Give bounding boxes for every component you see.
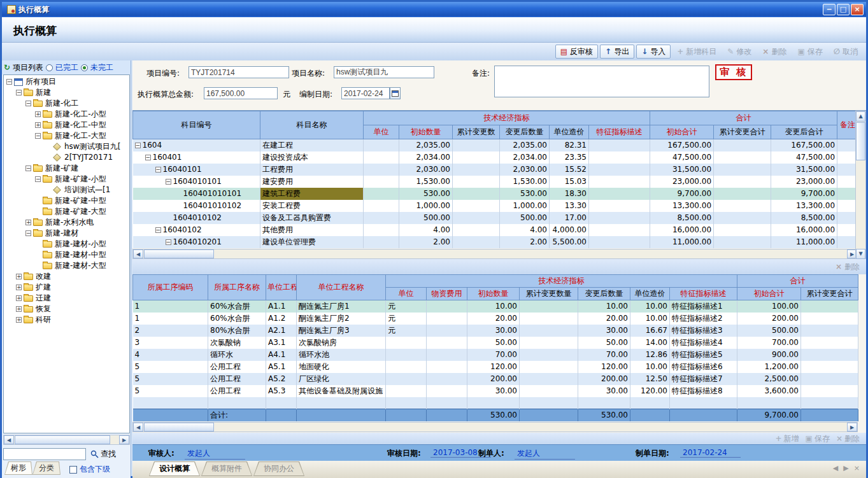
subject-grid-hscrollbar[interactable]: ◀ ▶ [132,249,858,259]
detail-total-cum-cell[interactable] [801,397,858,409]
tree-item[interactable]: 新建-矿建-大型 [4,206,129,217]
subject-unit-cell[interactable] [364,139,399,151]
collapse-icon[interactable]: − [25,165,31,171]
collapse-icon[interactable]: − [155,167,161,172]
detail-unit-code-cell[interactable]: A4.1 [266,349,297,361]
tree-item[interactable]: 新建-建材-小型 [4,239,129,250]
subject-code-cell[interactable]: −1604010201 [133,236,260,248]
subject-unit-price-cell[interactable]: 4,000.00 [550,224,589,236]
tree-item[interactable]: 新建-建材-大型 [4,260,129,271]
subject-qty-cum-cell[interactable] [453,188,500,200]
subject-qty-cum-cell[interactable] [453,139,500,151]
subject-unit-cell[interactable] [364,224,399,236]
scroll-thumb[interactable] [856,122,865,160]
toolbar-button-save[interactable]: ▣保存 [793,45,827,59]
detail-qty-after-cell[interactable]: 200.00 [578,373,630,385]
subject-code-cell[interactable]: −1604 [133,139,260,151]
detail-unit-name-cell[interactable]: 循环水池 [297,349,386,361]
detail-unit-price-cell[interactable]: 120.00 [630,385,670,397]
collapse-icon[interactable]: − [35,133,41,139]
subject-qty-cum-cell[interactable] [453,176,500,188]
scroll-thumb[interactable] [144,250,214,258]
scroll-left-icon[interactable]: ◀ [133,250,143,258]
detail-delete-button[interactable]: × 删除 [836,262,860,272]
subject-total-cum-cell[interactable] [714,200,771,212]
detail-proc-code-cell[interactable]: 2 [133,325,208,337]
subject-total-after-cell[interactable]: 16,000.00 [771,224,837,236]
tree-item[interactable]: +新建-化工-中型 [4,120,129,130]
detail-proc-name-cell[interactable]: 循环水 [208,349,266,361]
search-input[interactable] [3,448,86,460]
detail-total-cum-cell[interactable] [801,361,858,373]
subject-unit-cell[interactable] [364,176,399,188]
detail-feature-cell[interactable]: 特征指标描述1 [670,300,737,313]
detail-qty-init-cell[interactable]: 120.00 [467,361,520,373]
subject-unit-cell[interactable] [364,164,399,176]
detail-qty-after-cell[interactable]: 30.00 [578,385,630,397]
subject-qty-after-cell[interactable]: 1,530.00 [500,176,550,188]
detail-qty-after-cell[interactable]: 70.00 [578,349,630,361]
subject-feature-cell[interactable] [589,200,650,212]
subject-qty-after-cell[interactable]: 2,035.00 [500,139,550,151]
detail-qty-cum-cell[interactable] [520,313,578,325]
toolbar-button-edit[interactable]: ✎修改 [723,45,756,59]
subject-qty-init-cell[interactable]: 1,000.00 [399,200,453,212]
subject-feature-cell[interactable] [589,188,650,200]
subject-name-cell[interactable]: 工程费用 [260,164,364,176]
tree-item[interactable]: +扩建 [4,282,129,293]
subject-feature-cell[interactable] [589,139,650,151]
detail-unit-name-cell[interactable] [297,397,386,409]
maximize-button[interactable]: □ [837,4,850,15]
detail-row[interactable]: 160%水合肼A1.1酮连氮主厂房1元10.0010.0010.00特征指标描述… [133,300,858,313]
detail-unit-code-cell[interactable]: A1.2 [266,313,297,325]
subject-feature-cell[interactable] [589,212,650,224]
detail-proc-name-cell[interactable] [208,397,266,409]
tree-item[interactable]: +新建-化工-小型 [4,109,129,120]
subject-code-cell[interactable]: −160401 [133,151,260,164]
detail-row[interactable]: 280%水合肼A2.1酮连氮主厂房3元30.0030.0016.67特征指标描述… [133,325,858,337]
detail-qty-init-cell[interactable]: 70.00 [467,349,520,361]
subject-qty-after-cell[interactable]: 500.00 [500,212,550,224]
subject-unit-cell[interactable] [364,236,399,248]
auditor-value[interactable]: 发起人 [185,448,245,460]
detail-unit-code-cell[interactable]: A5.2 [266,373,297,385]
subject-total-cum-cell[interactable] [714,236,771,248]
detail-unit-code-cell[interactable]: A5.1 [266,361,297,373]
detail-material-cell[interactable] [427,373,467,385]
subject-qty-init-cell[interactable]: 500.00 [399,212,453,224]
subject-name-cell[interactable]: 设备及工器具购置费 [260,212,364,224]
tree-item[interactable]: 2[TYJT20171 [4,152,129,163]
tree-item[interactable]: 新建-矿建-中型 [4,195,129,206]
subject-total-after-cell[interactable]: 31,500.00 [771,164,837,176]
collapse-icon[interactable]: − [6,79,12,85]
subject-total-init-cell[interactable]: 47,500.00 [650,151,714,164]
detail-unit-name-cell[interactable]: 酮连氮主厂房2 [297,313,386,325]
collapse-icon[interactable]: − [25,230,31,236]
subject-qty-after-cell[interactable]: 2.00 [500,236,550,248]
subject-unit-cell[interactable] [364,200,399,212]
detail-unit-code-cell[interactable]: A1.1 [266,300,297,313]
subject-feature-cell[interactable] [589,176,650,188]
detail-row[interactable]: 5公用工程A5.2厂区绿化200.00200.0012.50特征指标描述72,5… [133,373,858,385]
subject-qty-after-cell[interactable]: 530.00 [500,188,550,200]
subject-total-init-cell[interactable]: 9,700.00 [650,188,714,200]
detail-unit-price-cell[interactable]: 12.86 [630,349,670,361]
detail-row[interactable] [133,397,858,409]
sidebar-horizontal-scrollbar[interactable]: ◀ ▶ [3,435,130,445]
detail-total-cum-cell[interactable] [801,337,858,349]
detail-total-init-cell[interactable]: 700.00 [737,337,801,349]
subject-code-cell[interactable]: 1604010102 [133,212,260,224]
radio-unfinished-label[interactable]: 未完工 [90,62,113,73]
subject-row[interactable]: −1604在建工程2,035.002,035.0082.31167,500.00… [133,139,858,151]
detail-unit-cell[interactable] [386,385,427,397]
detail-unit-name-cell[interactable]: 酮连氮主厂房1 [297,300,386,313]
subject-total-init-cell[interactable]: 8,500.00 [650,212,714,224]
toolbar-button-add-subject[interactable]: +新增科目 [672,45,721,59]
detail-qty-cum-cell[interactable] [520,397,578,409]
detail-unit-cell[interactable] [386,349,427,361]
tab-budget-attachments[interactable]: 概算附件 [201,461,252,476]
detail-qty-init-cell[interactable]: 20.00 [467,313,520,325]
detail-total-cum-cell[interactable] [801,385,858,397]
subject-row[interactable]: 160401010102安装工程费1,000.001,000.0013.3013… [133,200,858,212]
detail-feature-cell[interactable] [670,397,737,409]
